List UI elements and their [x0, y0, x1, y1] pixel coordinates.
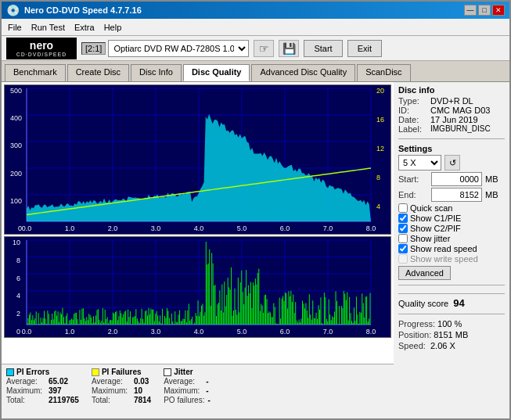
end-input[interactable]: [431, 188, 482, 202]
id-value: CMC MAG D03: [430, 106, 490, 115]
show-read-speed-row: Show read speed: [398, 244, 505, 253]
refresh-icon-button[interactable]: ↺: [444, 155, 460, 171]
chart-bottom-y-labels: 10 8 6 4 2 0: [5, 237, 22, 337]
y-bot-6: 6: [5, 275, 22, 282]
pie-chart-container: 500 400 300 200 100 0 20 16 12 8 4: [4, 84, 391, 235]
speed-value: 2.06 X: [430, 341, 455, 350]
pi-failures-legend: [92, 368, 99, 376]
jitter-avg-label: Average:: [164, 377, 203, 386]
speed-select[interactable]: 5 X: [398, 155, 441, 171]
date-value: 17 Jun 2019: [430, 115, 478, 124]
app-logo: nero CD·DVD/SPEED: [6, 38, 77, 59]
tab-disc-info[interactable]: Disc Info: [131, 64, 182, 81]
y-label-300: 300: [5, 142, 23, 149]
pi-errors-legend: [6, 368, 14, 376]
menu-help[interactable]: Help: [104, 23, 122, 32]
settings-title: Settings: [398, 144, 505, 153]
tab-create-disc[interactable]: Create Disc: [67, 64, 129, 81]
app-icon: 💿: [6, 4, 20, 16]
y-label-200: 200: [5, 170, 23, 178]
quality-score-value: 94: [453, 297, 464, 309]
pi-errors-max-value: 397: [49, 386, 62, 395]
tab-benchmark[interactable]: Benchmark: [5, 64, 66, 81]
pi-failures-avg-value: 0.03: [134, 377, 149, 386]
start-input[interactable]: [431, 172, 482, 186]
charts-stats-area: 500 400 300 200 100 0 20 16 12 8 4: [2, 82, 394, 418]
pi-errors-avg-label: Average:: [6, 377, 45, 386]
disc-info-section: Disc info Type: DVD+R DL ID: CMC MAG D03…: [398, 85, 505, 134]
show-c2pif-label: Show C2/PIF: [410, 224, 461, 233]
menu-bar: File Run Test Extra Help: [2, 19, 509, 36]
show-c1pie-label: Show C1/PIE: [410, 214, 461, 223]
show-read-speed-checkbox[interactable]: [398, 244, 408, 253]
start-row: Start: MB: [398, 172, 505, 186]
progress-section: Progress: 100 % Position: 8151 MB Speed:…: [398, 319, 505, 350]
speed-row: 5 X ↺: [398, 155, 505, 171]
save-icon-button[interactable]: 💾: [279, 40, 299, 57]
main-content: 500 400 300 200 100 0 20 16 12 8 4: [2, 82, 509, 418]
eject-icon-button[interactable]: ☞: [254, 40, 274, 57]
divider-1: [398, 138, 505, 139]
y-label-100: 100: [5, 197, 23, 205]
position-label: Position:: [398, 330, 431, 339]
show-c1pie-row: Show C1/PIE: [398, 214, 505, 223]
type-value: DVD+R DL: [430, 96, 473, 106]
quick-scan-row: Quick scan: [398, 203, 505, 213]
toolbar: nero CD·DVD/SPEED [2:1] Optiarc DVD RW A…: [2, 36, 509, 61]
start-button[interactable]: Start: [304, 40, 342, 57]
tab-disc-quality[interactable]: Disc Quality: [183, 64, 250, 81]
menu-run-test[interactable]: Run Test: [31, 23, 65, 32]
drive-dropdown[interactable]: Optiarc DVD RW AD-7280S 1.01: [108, 40, 249, 57]
minimize-button[interactable]: —: [464, 5, 477, 16]
jitter-group: Jitter Average: - Maximum: - PO failures…: [164, 368, 211, 415]
jitter-max-label: Maximum:: [164, 386, 203, 395]
maximize-button[interactable]: □: [478, 5, 491, 16]
y-bot-10: 10: [5, 239, 22, 246]
side-panel: Disc info Type: DVD+R DL ID: CMC MAG D03…: [394, 82, 509, 418]
quality-score-section: Quality score 94: [398, 293, 505, 309]
id-label: ID:: [398, 106, 428, 115]
tab-advanced-disc-quality[interactable]: Advanced Disc Quality: [251, 64, 355, 81]
y-right-8: 8: [375, 174, 390, 181]
divider-3: [398, 314, 505, 314]
pi-failures-title: PI Failures: [102, 368, 142, 376]
y-bot-0: 0: [5, 328, 22, 336]
pi-failures-group: PI Failures Average: 0.03 Maximum: 10 To…: [92, 368, 151, 415]
close-button[interactable]: ✕: [492, 5, 505, 16]
quick-scan-checkbox[interactable]: [398, 203, 408, 213]
tab-bar: Benchmark Create Disc Disc Info Disc Qua…: [2, 61, 509, 82]
show-jitter-checkbox[interactable]: [398, 234, 408, 243]
progress-value: 100 %: [437, 319, 462, 328]
pi-failures-avg-label: Average:: [92, 377, 131, 386]
menu-file[interactable]: File: [8, 23, 22, 32]
progress-label: Progress:: [398, 319, 435, 328]
tab-scan-disc[interactable]: ScanDisc: [357, 64, 410, 81]
jitter-legend: [164, 368, 171, 376]
drive-index-label: [2:1]: [81, 42, 106, 55]
y-label-0: 0: [5, 224, 23, 232]
y-bot-4: 4: [5, 292, 22, 300]
menu-extra[interactable]: Extra: [74, 23, 95, 32]
pi-errors-group: PI Errors Average: 65.02 Maximum: 397 To…: [6, 368, 79, 415]
pi-failures-total-value: 7814: [134, 396, 151, 404]
end-row: End: MB: [398, 188, 505, 202]
show-c1pie-checkbox[interactable]: [398, 214, 408, 223]
pi-errors-title: PI Errors: [16, 368, 49, 376]
show-c2pif-checkbox[interactable]: [398, 224, 408, 233]
show-write-speed-row: Show write speed: [398, 254, 505, 264]
type-label: Type:: [398, 96, 428, 106]
speed-label: Speed:: [398, 341, 428, 350]
pi-failures-total-label: Total:: [92, 396, 131, 404]
date-label: Date:: [398, 115, 428, 124]
jitter-po-label: PO failures:: [164, 396, 204, 404]
disc-label-value: IMGBURN_DISC: [430, 124, 491, 134]
y-bot-2: 2: [5, 310, 22, 318]
logo-sub-text: CD·DVD/SPEED: [16, 52, 67, 57]
y-right-20: 20: [375, 87, 390, 95]
app-window: 💿 Nero CD-DVD Speed 4.7.7.16 — □ ✕ File …: [0, 0, 511, 420]
jitter-title: Jitter: [174, 368, 193, 376]
advanced-button[interactable]: Advanced: [398, 266, 451, 280]
chart-y-labels-right: 20 16 12 8 4: [375, 85, 390, 212]
jitter-max-value: -: [206, 386, 208, 395]
exit-button[interactable]: Exit: [347, 40, 382, 57]
